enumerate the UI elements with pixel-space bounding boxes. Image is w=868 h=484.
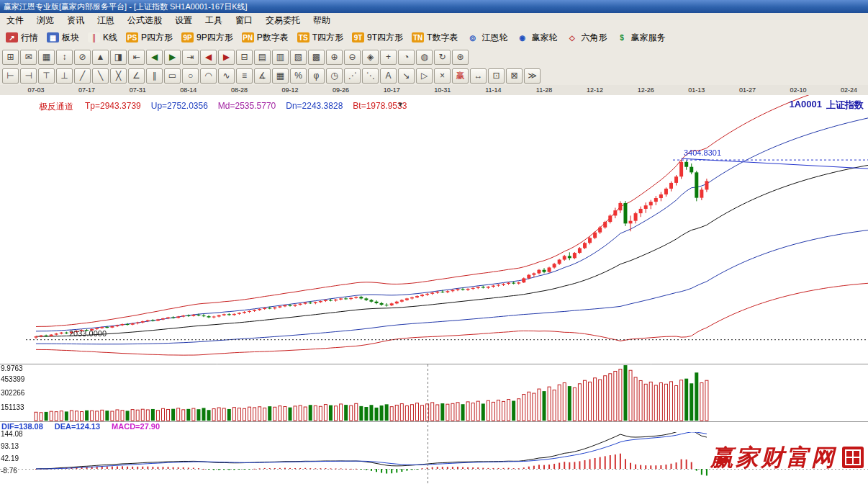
ray-tool-icon[interactable]: ⊣ bbox=[20, 68, 37, 84]
circle-tool-icon[interactable]: ○ bbox=[182, 68, 199, 84]
market-quotes-button[interactable]: ↗ 行情 bbox=[1, 30, 42, 45]
vline-tool-icon[interactable]: ⊥ bbox=[56, 68, 73, 84]
winner-service-button[interactable]: $ 赢家服务 bbox=[611, 30, 669, 45]
sector-button[interactable]: ▦ 板块 bbox=[42, 30, 83, 45]
gann-fan-icon[interactable]: ∡ bbox=[254, 68, 271, 84]
p-square-button[interactable]: PS P四方形 bbox=[122, 30, 177, 45]
macd-axis-label: 42.19 bbox=[1, 454, 19, 462]
menu-trade-order[interactable]: 交易委托 bbox=[259, 13, 307, 28]
date-tick: 01-27 bbox=[739, 86, 756, 94]
menu-tools[interactable]: 工具 bbox=[199, 13, 229, 28]
golden-ratio-icon[interactable]: φ bbox=[308, 68, 325, 84]
lock-tool-icon[interactable]: ⊠ bbox=[506, 68, 523, 84]
pointer-icon[interactable]: ▲ bbox=[92, 50, 109, 65]
clock-icon[interactable]: ◔ bbox=[398, 50, 415, 65]
menu-formula-stock-picker[interactable]: 公式选股 bbox=[121, 13, 168, 28]
rect-tool-icon[interactable]: ▭ bbox=[164, 68, 181, 84]
hand-tool-icon[interactable]: ◈ bbox=[362, 50, 379, 65]
last-page-icon[interactable]: ⇥ bbox=[182, 50, 199, 65]
menu-news[interactable]: 资讯 bbox=[60, 13, 91, 28]
winner-tool-icon[interactable]: 赢 bbox=[452, 68, 469, 84]
bars-icon[interactable]: ▩ bbox=[308, 50, 325, 65]
nine-t-square-button[interactable]: 9T 9T四方形 bbox=[348, 30, 407, 45]
arrow-mark-icon[interactable]: ↘ bbox=[398, 68, 415, 84]
hline-tool-icon[interactable]: ⊤ bbox=[38, 68, 55, 84]
grid-view-icon[interactable]: ▤ bbox=[254, 50, 271, 65]
parallel-channel-icon[interactable]: ∥ bbox=[146, 68, 163, 84]
window-titlebar[interactable]: 赢家江恩专业版[赢家内部服务平台] - [上证指数 SH1A0001-167日K… bbox=[0, 0, 868, 13]
t-number-table-button[interactable]: TN T数字表 bbox=[407, 30, 462, 45]
toolbar-button-label: T数字表 bbox=[427, 32, 458, 44]
calendar-icon[interactable]: ▦ bbox=[38, 50, 55, 65]
date-tick: 09-26 bbox=[333, 86, 349, 94]
gann-wheel-button[interactable]: ◎ 江恩轮 bbox=[462, 30, 512, 45]
zoom-in-icon[interactable]: ⊕ bbox=[326, 50, 343, 65]
globe-icon[interactable]: ◍ bbox=[416, 50, 433, 65]
downtrend-tool-icon[interactable]: ╲ bbox=[92, 68, 109, 84]
number-table-icon[interactable]: ⊟ bbox=[236, 50, 253, 65]
macd-axis-label: 93.13 bbox=[1, 442, 19, 450]
cross-lines-tool-icon[interactable]: ╳ bbox=[110, 68, 127, 84]
menu-settings[interactable]: 设置 bbox=[168, 13, 199, 28]
flag-mark-icon[interactable]: ▷ bbox=[416, 68, 433, 84]
date-tick: 07-17 bbox=[78, 86, 95, 94]
arc-tool-icon[interactable]: ◠ bbox=[200, 68, 217, 84]
menu-file[interactable]: 文件 bbox=[0, 13, 30, 28]
menu-browse[interactable]: 浏览 bbox=[30, 13, 60, 28]
channel-stats-row: 极反通道 Tp=2943.3739Up=2752.0356Md=2535.577… bbox=[39, 101, 407, 113]
next-bar-icon[interactable]: ▶ bbox=[218, 50, 235, 65]
date-ruler[interactable]: 07-0307-1707-3108-1408-2809-1209-2610-17… bbox=[0, 85, 868, 96]
trendline-tool-icon[interactable]: ╱ bbox=[74, 68, 91, 84]
quotes-icon: ↗ bbox=[6, 32, 18, 42]
fibonacci-tool-icon[interactable]: ≡ bbox=[236, 68, 253, 84]
report-icon[interactable]: ◨ bbox=[110, 50, 127, 65]
crosshair-icon[interactable]: + bbox=[380, 50, 397, 65]
angle-tool-icon[interactable]: ∠ bbox=[128, 68, 145, 84]
segment-tool-icon[interactable]: ⊢ bbox=[2, 68, 19, 84]
hexagon-button[interactable]: ◇ 六角形 bbox=[561, 30, 611, 45]
wave-tool-icon[interactable]: ∿ bbox=[218, 68, 235, 84]
zoom-area-icon[interactable]: ⊡ bbox=[488, 68, 505, 84]
support-price-label: 2033.0000 bbox=[69, 329, 107, 338]
more-tools-icon[interactable]: ≫ bbox=[524, 68, 541, 84]
refresh-icon[interactable]: ↻ bbox=[434, 50, 451, 65]
prev-bar-icon[interactable]: ◀ bbox=[200, 50, 217, 65]
cycle-tool-icon[interactable]: ◷ bbox=[326, 68, 343, 84]
gann-grid-icon[interactable]: ▦ bbox=[272, 68, 289, 84]
winner-service-icon: $ bbox=[615, 32, 628, 42]
delete-tool-icon[interactable]: × bbox=[434, 68, 451, 84]
fast-forward-icon[interactable]: ▶ bbox=[164, 50, 181, 65]
fast-backward-icon[interactable]: ◀ bbox=[146, 50, 163, 65]
text-tool-icon[interactable]: A bbox=[380, 68, 397, 84]
gradient-icon[interactable]: ▧ bbox=[290, 50, 307, 65]
menu-gann[interactable]: 江恩 bbox=[91, 13, 121, 28]
percent-tool-icon[interactable]: % bbox=[290, 68, 307, 84]
menu-window[interactable]: 窗口 bbox=[229, 13, 259, 28]
p-number-table-icon: PN bbox=[242, 32, 254, 42]
sort-icon[interactable]: ↕ bbox=[56, 50, 73, 65]
kline-button[interactable]: ║ K线 bbox=[83, 30, 122, 45]
hexagon-icon: ◇ bbox=[566, 32, 578, 42]
macd-axis-label: -8.76 bbox=[1, 467, 17, 475]
t-square-button[interactable]: TS T四方形 bbox=[293, 30, 348, 45]
mail-icon[interactable]: ✉ bbox=[20, 50, 37, 65]
chart-area[interactable]: 极反通道 Tp=2943.3739Up=2752.0356Md=2535.577… bbox=[0, 95, 868, 484]
site-watermark: 赢家财富网 bbox=[710, 442, 836, 474]
nine-p-square-button[interactable]: 9P 9P四方形 bbox=[177, 30, 238, 45]
zoom-out-icon[interactable]: ⊖ bbox=[344, 50, 361, 65]
main-toolbar: ↗ 行情 ▦ 板块 ║ K线 PS P四方形 9P 9P四方形 PN P数字表 … bbox=[0, 27, 868, 48]
winner-wheel-button[interactable]: ◉ 赢家轮 bbox=[512, 30, 561, 45]
first-page-icon[interactable]: ⇤ bbox=[128, 50, 145, 65]
zero-reset-icon[interactable]: ⊘ bbox=[74, 50, 91, 65]
date-tick: 10-17 bbox=[384, 86, 400, 94]
channel-stat-value: Md=2535.5770 bbox=[218, 101, 276, 113]
settings-icon[interactable]: ⊛ bbox=[452, 50, 469, 65]
measure-tool-icon[interactable]: ↔ bbox=[470, 68, 487, 84]
speed-line-icon[interactable]: ⋰ bbox=[344, 68, 361, 84]
menu-help[interactable]: 帮助 bbox=[307, 13, 337, 28]
column-view-icon[interactable]: ▥ bbox=[272, 50, 289, 65]
regression-tool-icon[interactable]: ⋱ bbox=[362, 68, 379, 84]
region-setting-icon[interactable]: ⊞ bbox=[2, 50, 19, 65]
toolbar-button-label: 赢家服务 bbox=[630, 32, 665, 44]
p-number-table-button[interactable]: PN P数字表 bbox=[238, 30, 293, 45]
